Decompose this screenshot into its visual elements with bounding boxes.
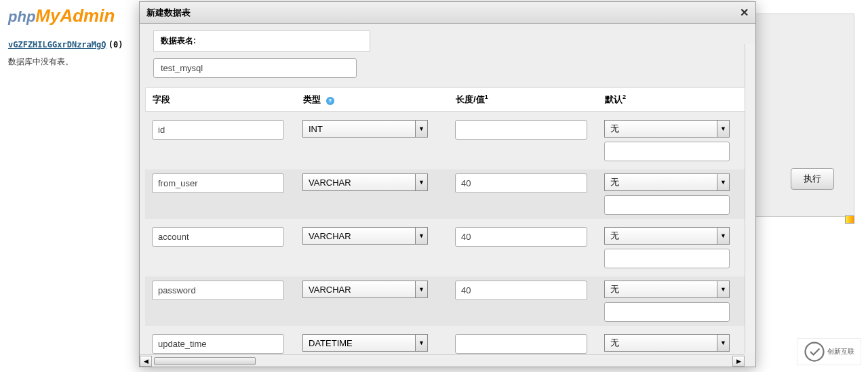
chevron-down-icon: ▼: [415, 281, 427, 297]
chevron-down-icon: ▼: [415, 335, 427, 351]
help-icon[interactable]: ?: [326, 97, 334, 105]
field-length-input[interactable]: [455, 281, 587, 300]
field-default-value: 无: [610, 283, 619, 295]
field-default-input[interactable]: [604, 302, 730, 322]
field-default-value: 无: [610, 123, 619, 135]
header-type-text: 类型: [303, 94, 321, 104]
header-length: 长度/值1: [449, 88, 598, 111]
horizontal-scrollbar[interactable]: ◀ ▶: [140, 354, 745, 367]
tablename-input[interactable]: [153, 58, 357, 78]
chevron-down-icon: ▼: [415, 121, 427, 137]
field-default-value: 无: [610, 176, 619, 188]
column-header-row: 字段 类型 ? 长度/值1 默认2: [145, 87, 750, 112]
header-default-sup: 2: [623, 94, 626, 100]
field-default-select[interactable]: 无 ▼: [604, 281, 730, 298]
scroll-thumb[interactable]: [154, 357, 256, 365]
field-length-input[interactable]: [455, 173, 587, 193]
header-default: 默认2: [598, 88, 747, 111]
field-default-input[interactable]: [604, 249, 730, 268]
field-default-value: 无: [610, 337, 619, 349]
logo-my: My: [35, 5, 60, 26]
header-length-text: 长度/值: [456, 94, 485, 104]
calendar-icon[interactable]: [845, 215, 854, 224]
scroll-left-arrow-icon[interactable]: ◀: [140, 356, 152, 367]
scroll-track[interactable]: [153, 356, 732, 366]
chevron-down-icon: ▼: [415, 174, 427, 190]
header-length-sup: 1: [485, 94, 488, 100]
logo-admin: Admin: [60, 5, 115, 26]
field-length-input[interactable]: [455, 120, 587, 140]
field-type-select[interactable]: DATETIME ▼: [302, 334, 428, 352]
phpmyadmin-logo: phpMyAdmin: [8, 5, 131, 26]
tablename-label: 数据表名:: [153, 30, 370, 51]
db-empty-message: 数据库中没有表。: [8, 56, 131, 68]
chevron-down-icon: ▼: [717, 121, 729, 137]
chevron-down-icon: ▼: [717, 174, 729, 190]
sidebar: phpMyAdmin vGZFZHILGGxrDNzraMgQ (0) 数据库中…: [0, 0, 139, 372]
field-default-value: 无: [610, 230, 619, 242]
field-row: VARCHAR ▼ 无 ▼: [145, 169, 750, 219]
svg-point-0: [805, 343, 823, 361]
field-default-select[interactable]: 无 ▼: [604, 334, 730, 352]
chevron-down-icon: ▼: [415, 228, 427, 244]
field-length-input[interactable]: [455, 227, 587, 247]
vertical-scrollbar[interactable]: [745, 44, 755, 353]
field-length-input[interactable]: [455, 334, 587, 354]
field-default-input[interactable]: [604, 142, 730, 161]
header-type: 类型 ?: [296, 88, 449, 111]
field-type-select[interactable]: VARCHAR ▼: [302, 281, 428, 298]
close-icon[interactable]: ✕: [740, 6, 749, 19]
brand-logo-icon: [804, 342, 825, 362]
db-link-row: vGZFZHILGGxrDNzraMgQ (0): [8, 40, 131, 49]
field-type-value: VARCHAR: [309, 285, 351, 295]
field-type-value: DATETIME: [309, 338, 353, 348]
dialog-header: 新建数据表 ✕: [140, 2, 755, 24]
field-row: VARCHAR ▼ 无 ▼: [145, 223, 750, 272]
brand-text: 创新互联: [827, 347, 854, 356]
field-default-input[interactable]: [604, 195, 730, 215]
create-table-dialog: 新建数据表 ✕ 数据表名: 字段 类型 ? 长度/值1 默认2: [139, 1, 756, 367]
chevron-down-icon: ▼: [717, 228, 729, 244]
db-count: (0): [108, 40, 123, 49]
brand-logo: 创新互联: [797, 338, 861, 365]
chevron-down-icon: ▼: [717, 281, 729, 297]
scroll-right-arrow-icon[interactable]: ▶: [732, 356, 745, 367]
field-type-value: VARCHAR: [309, 231, 351, 241]
field-type-value: INT: [309, 124, 323, 134]
field-name-input[interactable]: [152, 281, 284, 300]
field-type-select[interactable]: VARCHAR ▼: [302, 227, 428, 245]
field-row: INT ▼ 无 ▼: [145, 116, 750, 165]
header-default-text: 默认: [605, 94, 623, 104]
db-link[interactable]: vGZFZHILGGxrDNzraMgQ: [8, 40, 106, 49]
field-default-select[interactable]: 无 ▼: [604, 120, 730, 138]
field-type-select[interactable]: VARCHAR ▼: [302, 173, 428, 191]
field-default-select[interactable]: 无 ▼: [604, 227, 730, 245]
header-field: 字段: [146, 88, 296, 111]
field-default-select[interactable]: 无 ▼: [604, 173, 730, 191]
dialog-title: 新建数据表: [146, 7, 191, 19]
field-name-input[interactable]: [152, 173, 284, 193]
field-type-value: VARCHAR: [309, 178, 351, 188]
dialog-body: 数据表名: 字段 类型 ? 长度/值1 默认2: [140, 24, 755, 367]
field-name-input[interactable]: [152, 334, 284, 354]
logo-php: php: [8, 8, 35, 25]
field-row: VARCHAR ▼ 无 ▼: [145, 276, 750, 326]
field-type-select[interactable]: INT ▼: [302, 120, 428, 138]
field-name-input[interactable]: [152, 120, 284, 140]
execute-button[interactable]: 执行: [791, 168, 834, 190]
chevron-down-icon: ▼: [717, 335, 729, 351]
field-name-input[interactable]: [152, 227, 284, 247]
